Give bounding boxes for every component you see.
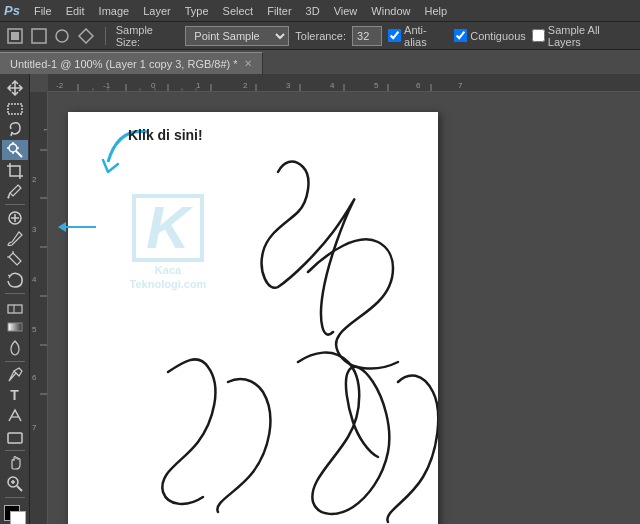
toolbar-eyedropper-tool[interactable] [2,182,28,202]
svg-text:3: 3 [286,81,291,90]
svg-text:2: 2 [243,81,248,90]
svg-rect-22 [8,433,22,443]
menu-layer[interactable]: Layer [137,3,177,19]
menu-type[interactable]: Type [179,3,215,19]
toolbar-marquee-tool[interactable] [2,99,28,119]
svg-text:4: 4 [330,81,335,90]
toolbar-eraser-tool[interactable] [2,297,28,317]
svg-rect-18 [8,305,22,313]
tool-option-icon-4 [77,27,95,45]
svg-text:-2: -2 [56,81,64,90]
svg-text:6: 6 [416,81,421,90]
ruler-vertical: 1 2 3 4 5 6 7 [30,92,48,524]
svg-text:5: 5 [32,325,37,334]
toolbar: T [0,74,30,524]
svg-rect-2 [32,29,46,43]
toolbar-zoom-tool[interactable] [2,474,28,494]
signature-svg [68,112,438,524]
watermark-brand: Kaca [155,264,181,276]
svg-rect-53 [30,92,48,524]
sample-size-select[interactable]: Point Sample 3 by 3 Average 5 by 5 Avera… [185,26,289,46]
toolbar-clone-tool[interactable] [2,250,28,270]
toolbar-separator-5 [5,497,25,498]
toolbar-healing-tool[interactable] [2,208,28,228]
watermark-domain: Teknologi.com [130,278,207,290]
toolbar-history-tool[interactable] [2,270,28,290]
anti-alias-option: Anti-alias [388,24,448,48]
sample-all-label: Sample All Layers [548,24,634,48]
options-bar: Sample Size: Point Sample 3 by 3 Average… [0,22,640,50]
svg-text:7: 7 [32,423,37,432]
svg-line-7 [16,151,22,157]
contiguous-option: Contiguous [454,29,526,42]
contiguous-checkbox[interactable] [454,29,467,42]
toolbar-gradient-tool[interactable] [2,318,28,338]
sample-size-label: Sample Size: [116,24,180,48]
toolbar-pen-tool[interactable] [2,365,28,385]
toolbar-move-tool[interactable] [2,78,28,98]
toolbar-separator-3 [5,361,25,362]
menu-3d[interactable]: 3D [300,3,326,19]
svg-text:-1: -1 [103,81,111,90]
toolbar-type-tool[interactable]: T [2,386,28,406]
watermark-letter: K [132,194,203,262]
blue-arrow-line [66,226,96,228]
main-area: T -2 [0,74,640,524]
ruler-horizontal: -2 -1 0 1 2 3 4 5 6 7 [48,74,640,92]
anti-alias-checkbox[interactable] [388,29,401,42]
menu-edit[interactable]: Edit [60,3,91,19]
svg-line-6 [11,132,12,136]
menu-select[interactable]: Select [217,3,260,19]
tolerance-label: Tolerance: [295,30,346,42]
menu-filter[interactable]: Filter [261,3,297,19]
toolbar-separator-4 [5,450,25,451]
menu-items: File Edit Image Layer Type Select Filter… [28,3,453,19]
sample-all-checkbox[interactable] [532,29,545,42]
svg-text:2: 2 [32,175,37,184]
menu-file[interactable]: File [28,3,58,19]
document-tab[interactable]: Untitled-1 @ 100% (Layer 1 copy 3, RGB/8… [0,52,263,74]
toolbar-lasso-tool[interactable] [2,119,28,139]
tool-option-icon-2 [30,27,48,45]
tool-option-icon-1 [6,27,24,45]
tool-option-icon-3 [53,27,71,45]
toolbar-separator-1 [5,204,25,205]
svg-rect-5 [8,104,22,114]
toolbar-shape-tool[interactable] [2,427,28,447]
svg-text:1: 1 [196,81,201,90]
blue-arrow-head [58,222,66,232]
tab-close-button[interactable]: ✕ [244,58,252,69]
menu-image[interactable]: Image [93,3,136,19]
svg-text:6: 6 [32,373,37,382]
svg-text:3: 3 [32,225,37,234]
toolbar-hand-tool[interactable] [2,454,28,474]
app-logo: Ps [4,3,20,18]
svg-text:7: 7 [458,81,463,90]
menu-help[interactable]: Help [418,3,453,19]
toolbar-blur-tool[interactable] [2,338,28,358]
toolbar-brush-tool[interactable] [2,229,28,249]
tolerance-input[interactable] [352,26,382,46]
anti-alias-label: Anti-alias [404,24,448,48]
svg-point-14 [7,197,9,199]
menu-window[interactable]: Window [365,3,416,19]
toolbar-path-tool[interactable] [2,406,28,426]
tab-bar: Untitled-1 @ 100% (Layer 1 copy 3, RGB/8… [0,50,640,74]
menu-view[interactable]: View [328,3,364,19]
toolbar-crop-tool[interactable] [2,161,28,181]
watermark: K Kaca Teknologi.com [68,192,268,292]
svg-text:4: 4 [32,275,37,284]
sample-all-option: Sample All Layers [532,24,634,48]
svg-marker-4 [79,29,93,43]
document-canvas: K Kaca Teknologi.com Klik di sini! [48,92,640,524]
svg-point-3 [56,30,68,42]
tab-title: Untitled-1 @ 100% (Layer 1 copy 3, RGB/8… [10,58,238,70]
svg-rect-1 [11,32,19,40]
contiguous-label: Contiguous [470,30,526,42]
toolbar-magic-wand-tool[interactable] [2,140,28,160]
foreground-background-color[interactable] [2,503,28,524]
svg-line-24 [17,486,22,491]
menu-bar: Ps File Edit Image Layer Type Select Fil… [0,0,640,22]
svg-text:5: 5 [374,81,379,90]
toolbar-separator-2 [5,293,25,294]
